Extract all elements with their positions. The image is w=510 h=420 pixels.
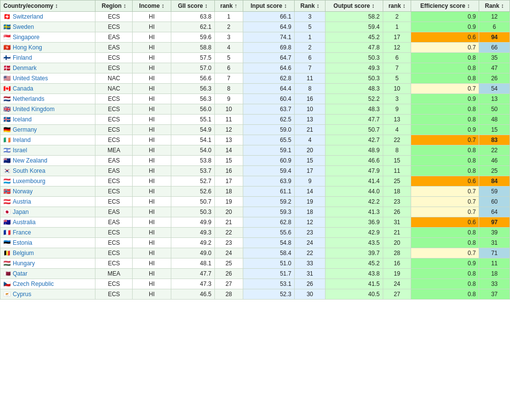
column-header-10[interactable]: Rank ↕ (479, 0, 510, 12)
output-score-cell: 49.3 (325, 63, 383, 73)
gii-score-cell: 53.7 (171, 166, 214, 176)
output-rank-cell: 7 (383, 63, 411, 73)
column-header-0[interactable]: Country/economy ↕ (0, 0, 95, 12)
gii-score-cell: 48.1 (171, 258, 214, 269)
country-name[interactable]: Denmark (13, 65, 37, 71)
country-name[interactable]: Singapore (13, 34, 40, 41)
income-cell: HI (133, 248, 171, 258)
gii-rank-cell: 21 (214, 217, 243, 228)
country-name[interactable]: United Kingdom (13, 106, 54, 113)
region-cell: NAC (95, 73, 133, 84)
flag-icon: 🇭🇺 (3, 260, 11, 267)
output-rank-cell: 9 (383, 104, 411, 115)
input-rank-cell: 8 (295, 84, 325, 94)
country-name[interactable]: Cyprus (13, 291, 31, 298)
column-header-5[interactable]: Input score ↕ (243, 0, 295, 12)
country-name[interactable]: Norway (13, 188, 33, 195)
output-score-cell: 50.3 (325, 53, 383, 63)
region-cell: MEA (95, 269, 133, 279)
column-header-7[interactable]: Output score ↕ (325, 0, 383, 12)
country-name[interactable]: New Zealand (13, 157, 47, 164)
output-rank-cell: 1 (383, 22, 411, 32)
output-rank-cell: 16 (383, 258, 411, 269)
column-header-9[interactable]: Efficiency score ↕ (411, 0, 479, 12)
efficiency-rank-cell: 60 (479, 197, 510, 207)
efficiency-rank-cell: 31 (479, 238, 510, 248)
country-name[interactable]: Austria (13, 198, 31, 205)
output-rank-cell: 25 (383, 176, 411, 187)
country-name[interactable]: Sweden (13, 23, 34, 30)
input-rank-cell: 31 (295, 269, 325, 279)
flag-icon: 🇰🇷 (3, 167, 11, 174)
country-name[interactable]: Hong Kong (13, 44, 42, 51)
column-header-4[interactable]: rank ↑ (214, 0, 243, 12)
flag-icon: 🇬🇧 (3, 106, 11, 113)
country-name[interactable]: France (13, 229, 31, 236)
flag-icon: 🇯🇵 (3, 209, 11, 215)
country-name[interactable]: South Korea (13, 167, 46, 174)
region-cell: ECS (95, 12, 133, 22)
income-cell: HI (133, 289, 171, 300)
region-cell: ECS (95, 94, 133, 104)
efficiency-score-cell: 0.8 (411, 279, 479, 289)
gii-score-cell: 49.9 (171, 217, 214, 228)
country-name[interactable]: United States (13, 75, 48, 82)
efficiency-rank-cell: 48 (479, 115, 510, 125)
country-name[interactable]: Australia (13, 219, 36, 226)
output-score-cell: 41.3 (325, 207, 383, 217)
country-name[interactable]: Hungary (13, 260, 35, 267)
gii-rank-cell: 8 (214, 84, 243, 94)
input-score-cell: 62.8 (243, 73, 295, 84)
efficiency-rank-cell: 47 (479, 63, 510, 73)
gii-score-cell: 62.1 (171, 22, 214, 32)
country-name[interactable]: Netherlands (13, 95, 45, 102)
output-score-cell: 43.5 (325, 238, 383, 248)
efficiency-rank-cell: 50 (479, 104, 510, 115)
input-score-cell: 59.3 (243, 207, 295, 217)
region-cell: ECS (95, 104, 133, 115)
efficiency-rank-cell: 64 (479, 207, 510, 217)
column-header-1[interactable]: Region ↕ (95, 0, 133, 12)
country-name[interactable]: Canada (13, 85, 33, 92)
country-cell: 🇳🇱Netherlands (0, 94, 95, 104)
table-row: 🇨🇭SwitzerlandECSHI63.8166.1358.220.912 (0, 12, 510, 22)
output-rank-cell: 11 (383, 166, 411, 176)
column-header-8[interactable]: rank ↕ (383, 0, 411, 12)
column-header-3[interactable]: GII score ↕ (171, 0, 214, 12)
table-row: 🇦🇺AustraliaEASHI49.92162.81236.9310.697 (0, 217, 510, 228)
country-cell: 🇭🇰Hong Kong (0, 43, 95, 53)
column-header-2[interactable]: Income ↕ (133, 0, 171, 12)
income-cell: HI (133, 53, 171, 63)
gii-rank-cell: 25 (214, 258, 243, 269)
country-name[interactable]: Japan (13, 209, 29, 215)
income-cell: HI (133, 32, 171, 43)
country-name[interactable]: Ireland (13, 137, 31, 143)
input-rank-cell: 33 (295, 258, 325, 269)
country-name[interactable]: Estonia (13, 239, 32, 246)
gii-score-cell: 63.8 (171, 12, 214, 22)
input-score-cell: 69.8 (243, 43, 295, 53)
output-score-cell: 39.7 (325, 248, 383, 258)
country-name[interactable]: Iceland (13, 116, 32, 123)
country-name[interactable]: Israel (13, 147, 27, 154)
output-rank-cell: 6 (383, 53, 411, 63)
country-name[interactable]: Qatar (13, 270, 27, 277)
country-cell: 🇦🇹Austria (0, 197, 95, 207)
output-rank-cell: 26 (383, 207, 411, 217)
country-name[interactable]: Finland (13, 54, 32, 61)
efficiency-rank-cell: 26 (479, 73, 510, 84)
output-score-cell: 42.9 (325, 228, 383, 238)
country-name[interactable]: Germany (13, 126, 37, 133)
column-header-6[interactable]: Rank ↕ (295, 0, 325, 12)
region-cell: EAS (95, 166, 133, 176)
country-name[interactable]: Switzerland (13, 13, 43, 20)
output-rank-cell: 20 (383, 238, 411, 248)
input-score-cell: 65.5 (243, 135, 295, 145)
gii-score-cell: 47.3 (171, 279, 214, 289)
country-name[interactable]: Belgium (13, 250, 34, 257)
efficiency-rank-cell: 6 (479, 22, 510, 32)
country-name[interactable]: Luxembourg (13, 178, 46, 185)
table-row: 🇸🇬SingaporeEASHI59.6374.1145.2170.694 (0, 32, 510, 43)
table-row: 🇰🇷South KoreaEASHI53.71659.41747.9110.82… (0, 166, 510, 176)
country-name[interactable]: Czech Republic (13, 280, 54, 287)
